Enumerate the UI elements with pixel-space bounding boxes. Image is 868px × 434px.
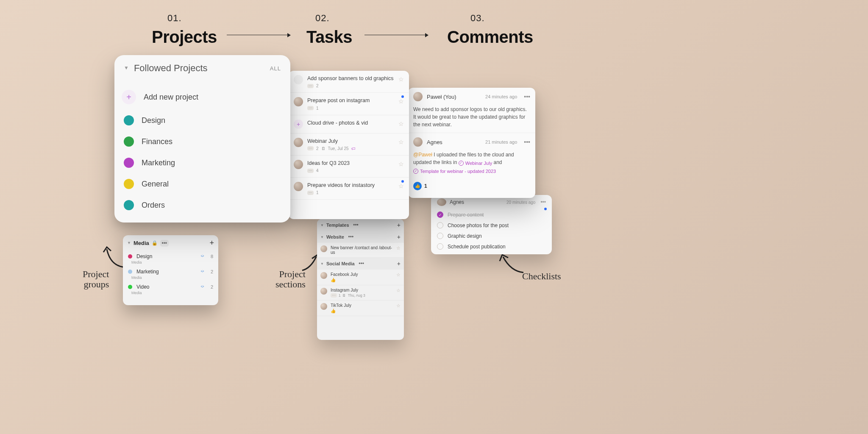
comment-text: @Paweł I uploaded the files to the cloud… bbox=[408, 151, 535, 179]
more-button[interactable]: ••• bbox=[160, 240, 169, 247]
curved-arrow-icon bbox=[498, 253, 528, 277]
calendar-icon: 🗓 bbox=[342, 293, 346, 298]
calendar-icon: 🗓 bbox=[321, 146, 326, 151]
section-task-row[interactable]: TikTok July 👍 ☆ bbox=[317, 300, 404, 316]
like-count: 1 bbox=[424, 183, 427, 189]
follow-icon[interactable]: ⌔ bbox=[201, 269, 204, 275]
project-color-dot bbox=[124, 136, 134, 147]
star-icon[interactable]: ☆ bbox=[396, 303, 401, 309]
project-item[interactable]: Design bbox=[114, 111, 290, 130]
checklist-item[interactable]: Schedule post publication bbox=[431, 241, 552, 252]
project-label: General bbox=[142, 180, 169, 189]
star-icon[interactable]: ☆ bbox=[398, 183, 404, 189]
checklist-item[interactable]: Graphic design bbox=[431, 231, 552, 241]
task-meta: 👍 bbox=[331, 278, 393, 282]
comment-header: Agnes 21 minutes ago ••• bbox=[408, 133, 535, 151]
section-task-row[interactable]: Instagram July ⋯1 🗓Thu, Aug 3 ☆ bbox=[317, 285, 404, 300]
more-icon[interactable]: ••• bbox=[524, 139, 530, 145]
star-icon[interactable]: ☆ bbox=[396, 245, 401, 251]
collapse-icon[interactable]: ▼ bbox=[127, 241, 131, 245]
follow-icon[interactable]: ⌔ bbox=[201, 284, 204, 290]
star-icon[interactable]: ☆ bbox=[396, 272, 401, 278]
checklist-label: Choose photos for the post bbox=[448, 223, 509, 228]
add-project-button[interactable]: + Add new project bbox=[114, 86, 290, 108]
task-link[interactable]: ✓Webinar July bbox=[459, 160, 492, 167]
checkbox[interactable] bbox=[437, 243, 443, 250]
add-task-button[interactable]: + bbox=[397, 234, 401, 240]
star-icon[interactable]: ☆ bbox=[398, 76, 404, 83]
checklist-label: Schedule post publication bbox=[448, 244, 506, 250]
project-sublabel: Media bbox=[131, 275, 218, 280]
collapse-icon[interactable]: ▼ bbox=[124, 65, 129, 71]
task-row[interactable]: Add sponsor banners to old graphics ⋯2 ☆ bbox=[289, 71, 409, 93]
lock-icon: 🔒 bbox=[152, 240, 158, 246]
add-task-button[interactable]: + bbox=[397, 260, 401, 267]
comment-count-icon: ⋯ bbox=[307, 106, 314, 110]
task-row[interactable]: Ideas for Q3 2023 ⋯4 ☆ bbox=[289, 156, 409, 178]
checkbox[interactable] bbox=[437, 222, 443, 228]
project-item[interactable]: Orders bbox=[114, 196, 290, 214]
task-row[interactable]: Prepare post on instagram ⋯1 ☆ bbox=[289, 93, 409, 115]
project-item[interactable]: Marketing bbox=[114, 153, 290, 172]
comment-author: Paweł (You) bbox=[427, 94, 456, 100]
like-button[interactable]: 👍 bbox=[413, 182, 422, 190]
checklist-item[interactable]: ✓ Prepare content bbox=[431, 209, 552, 220]
check-icon: ✓ bbox=[413, 169, 418, 174]
star-icon[interactable]: ☆ bbox=[398, 139, 404, 145]
task-meta: ⋯1 bbox=[307, 190, 394, 195]
task-title: Webinar July bbox=[307, 138, 394, 145]
task-title: Instagram July bbox=[331, 288, 393, 292]
mention[interactable]: @Paweł bbox=[413, 152, 432, 158]
section-name: Templates bbox=[326, 223, 349, 228]
more-icon[interactable]: ••• bbox=[352, 222, 360, 228]
comment-count: 2 bbox=[316, 83, 319, 88]
heading-number-2: 02. bbox=[315, 13, 330, 24]
star-icon[interactable]: ☆ bbox=[396, 288, 401, 293]
checkbox[interactable] bbox=[437, 233, 443, 239]
project-sublabel: Media bbox=[131, 260, 218, 264]
task-row[interactable]: + Cloud drive - photos & vid ☆ bbox=[289, 115, 409, 134]
annotation-project-groups: Project groups bbox=[83, 269, 109, 289]
section-header[interactable]: ▼ Templates ••• + bbox=[317, 219, 404, 231]
project-sublabel: Media bbox=[131, 291, 218, 295]
heading-title-tasks: Tasks bbox=[306, 28, 352, 47]
comment-time: 21 minutes ago bbox=[485, 139, 517, 145]
star-icon[interactable]: ☆ bbox=[398, 120, 404, 127]
section-header[interactable]: ▼ Social Media ••• + bbox=[317, 258, 404, 270]
task-link[interactable]: ✓Template for webinar - updated 2023 bbox=[413, 168, 496, 175]
section-name: Social Media bbox=[326, 261, 355, 266]
star-icon[interactable]: ☆ bbox=[398, 98, 404, 105]
comment-text: We need to add sponsor logos to our old … bbox=[408, 106, 535, 133]
star-icon[interactable]: ☆ bbox=[398, 161, 404, 167]
project-item[interactable]: General bbox=[114, 175, 290, 193]
task-date: Thu, Aug 3 bbox=[348, 293, 365, 298]
project-color-dot bbox=[124, 179, 134, 189]
add-project-label: Add new project bbox=[144, 93, 198, 102]
collapse-icon: ▼ bbox=[320, 235, 324, 239]
more-icon[interactable]: ••• bbox=[357, 260, 366, 267]
follow-icon[interactable]: ⌔ bbox=[201, 253, 204, 259]
avatar-empty bbox=[294, 75, 303, 84]
section-task-row[interactable]: Facebook July 👍 ☆ bbox=[317, 270, 404, 285]
add-button[interactable]: + bbox=[209, 239, 214, 248]
task-meta: ⋯2 🗓Tue, Jul 25 🏷 bbox=[307, 146, 394, 151]
comment-count: 1 bbox=[339, 293, 341, 298]
comment-count-icon: ⋯ bbox=[307, 169, 314, 173]
checkbox[interactable]: ✓ bbox=[437, 211, 443, 218]
annotation-checklists: Checklists bbox=[522, 271, 561, 281]
checklist-item[interactable]: Choose photos for the post bbox=[431, 220, 552, 231]
all-filter-button[interactable]: ALL bbox=[270, 65, 281, 72]
section-header[interactable]: ▼ Website ••• + bbox=[317, 231, 404, 243]
task-row[interactable]: Prepare videos for instastory ⋯1 ☆ bbox=[289, 178, 409, 200]
more-icon[interactable]: ••• bbox=[524, 93, 530, 100]
comment-time: 24 minutes ago bbox=[485, 94, 517, 99]
task-row[interactable]: Webinar July ⋯2 🗓Tue, Jul 25 🏷 ☆ bbox=[289, 134, 409, 156]
more-icon[interactable]: ••• bbox=[540, 199, 546, 205]
followed-projects-panel: ▼ Followed Projects ALL + Add new projec… bbox=[114, 55, 290, 223]
task-title: Add sponsor banners to old graphics bbox=[307, 75, 394, 82]
section-task-row[interactable]: New banner /contact and /about-us ☆ bbox=[317, 243, 404, 258]
more-icon[interactable]: ••• bbox=[347, 234, 355, 240]
tasks-panel: Add sponsor banners to old graphics ⋯2 ☆… bbox=[289, 71, 409, 219]
project-item[interactable]: Finances bbox=[114, 132, 290, 151]
add-task-button[interactable]: + bbox=[397, 222, 401, 228]
